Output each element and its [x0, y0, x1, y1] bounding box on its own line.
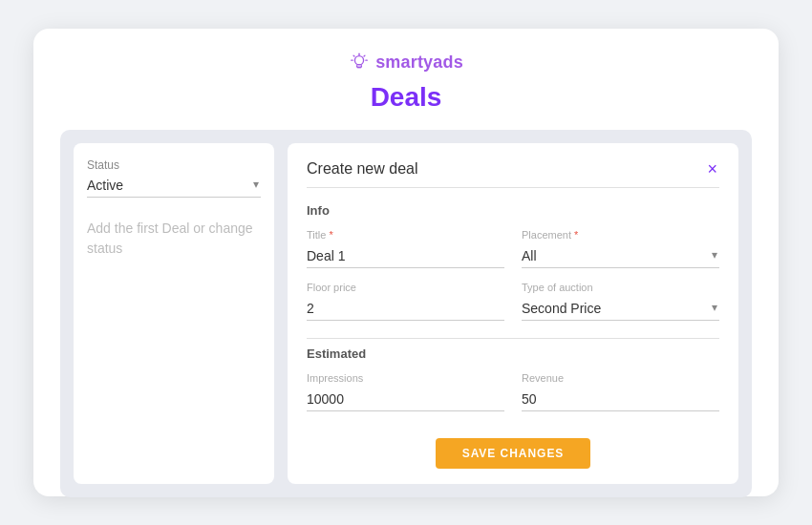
main-content: Status Active Inactive Add the first Dea…: [60, 130, 752, 497]
save-changes-button[interactable]: SAVE CHANGES: [436, 438, 591, 469]
right-panel: Create new deal × Info Title * Placement…: [288, 143, 738, 484]
logo-area: smartyads: [349, 52, 463, 73]
auction-type-label: Type of auction: [522, 282, 719, 293]
status-label: Status: [87, 158, 261, 172]
form-row-price-auction: Floor price Type of auction First Price …: [307, 282, 719, 321]
placement-select-wrapper: All Banner Video: [522, 244, 719, 268]
form-row-estimated: Impressions Revenue: [307, 372, 719, 411]
title-label: Title *: [307, 229, 504, 241]
page-title: Deals: [371, 82, 442, 113]
logo-text: smartyads: [375, 52, 463, 73]
info-section-label: Info: [307, 203, 719, 218]
impressions-field-group: Impressions: [307, 372, 504, 411]
floor-price-field-group: Floor price: [307, 282, 504, 321]
title-field-group: Title *: [307, 229, 504, 268]
title-input[interactable]: [307, 244, 504, 268]
save-btn-row: SAVE CHANGES: [307, 438, 719, 469]
impressions-label: Impressions: [307, 372, 504, 384]
auction-type-field-group: Type of auction First Price Second Price: [522, 282, 719, 321]
close-button[interactable]: ×: [705, 160, 719, 178]
floor-price-label: Floor price: [307, 282, 504, 293]
placement-label: Placement *: [522, 229, 719, 241]
placement-select[interactable]: All Banner Video: [522, 244, 719, 268]
revenue-label: Revenue: [522, 372, 719, 384]
revenue-field-group: Revenue: [522, 372, 719, 411]
placement-field-group: Placement * All Banner Video: [522, 229, 719, 268]
auction-type-select-wrapper: First Price Second Price: [522, 297, 719, 321]
status-select-wrapper: Active Inactive: [87, 174, 261, 198]
svg-line-4: [364, 55, 365, 56]
logo-icon: [349, 52, 370, 73]
svg-line-3: [353, 55, 354, 56]
floor-price-input[interactable]: [307, 297, 504, 321]
left-panel: Status Active Inactive Add the first Dea…: [74, 143, 274, 484]
panel-title: Create new deal: [307, 160, 418, 178]
revenue-input[interactable]: [522, 388, 719, 411]
impressions-input[interactable]: [307, 388, 504, 411]
empty-hint: Add the first Deal or change status: [87, 219, 261, 259]
panel-header: Create new deal ×: [307, 160, 719, 188]
estimated-section-label: Estimated: [307, 338, 719, 361]
page-card: smartyads Deals Status Active Inactive A…: [33, 29, 779, 496]
auction-type-select[interactable]: First Price Second Price: [522, 297, 719, 321]
form-row-title-placement: Title * Placement * All Banner Video: [307, 229, 719, 268]
svg-point-0: [355, 56, 364, 65]
status-select[interactable]: Active Inactive: [87, 174, 261, 198]
status-field: Status Active Inactive: [87, 158, 261, 198]
